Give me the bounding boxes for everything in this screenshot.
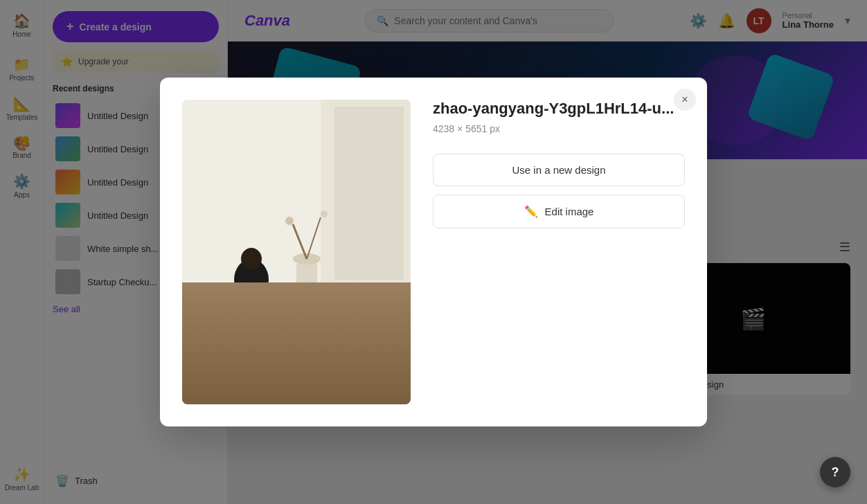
svg-rect-16 [227,311,233,332]
svg-point-11 [285,217,294,225]
help-button[interactable]: ? [820,457,850,487]
svg-rect-17 [270,311,276,332]
use-in-design-label: Use in a new design [512,164,605,176]
svg-rect-2 [334,107,404,280]
modal-close-button[interactable]: × [674,89,696,111]
svg-point-12 [321,210,328,217]
help-label: ? [832,465,839,480]
svg-point-6 [293,291,321,303]
modal-image [182,100,411,404]
modal-overlay[interactable]: × [0,0,867,504]
svg-point-4 [227,300,366,342]
svg-rect-3 [182,307,411,404]
modal-dimensions: 4238 × 5651 px [433,123,685,134]
svg-rect-5 [238,314,355,323]
edit-image-label: Edit image [545,206,594,217]
use-in-design-button[interactable]: Use in a new design [433,154,685,186]
svg-point-14 [241,248,262,270]
svg-rect-7 [296,259,317,300]
edit-image-button[interactable]: ✏️ Edit image [433,195,685,228]
svg-point-18 [257,309,287,320]
modal-content: zhao-yangyang-Y3gpL1HrL14-u... 4238 × 56… [433,100,685,404]
room-svg [182,100,411,404]
svg-rect-15 [227,304,276,311]
modal-dialog: × [160,78,707,426]
svg-point-19 [213,345,379,394]
modal-title: zhao-yangyang-Y3gpL1HrL14-u... [433,100,685,118]
room-scene [182,100,411,404]
edit-image-icon: ✏️ [524,205,538,218]
